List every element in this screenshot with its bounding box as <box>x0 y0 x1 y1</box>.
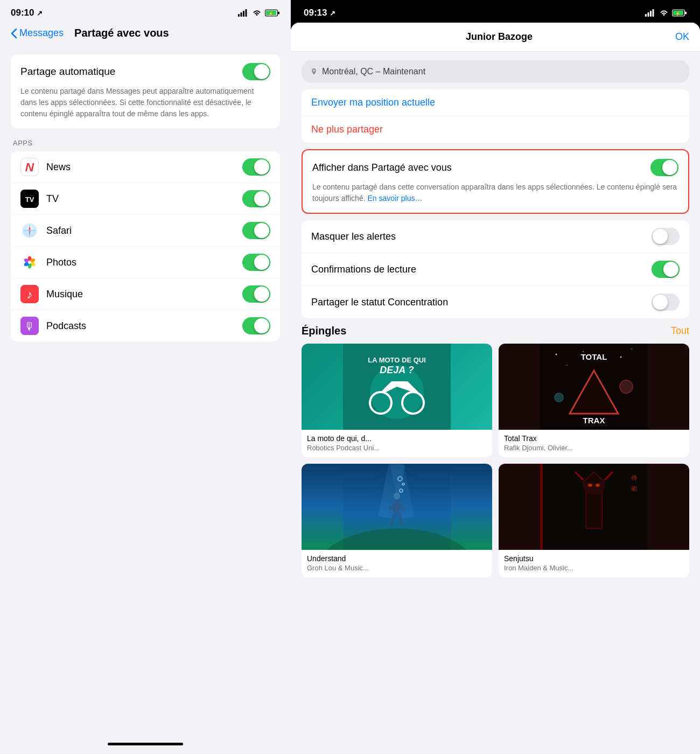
app-row-podcasts: 🎙 Podcasts <box>11 310 280 341</box>
podcast-info-senjutsu: Senjutsu Iron Maiden & Music... <box>499 550 689 577</box>
confirmations-lecture-label: Confirmations de lecture <box>311 264 416 275</box>
podcast-card-trax[interactable]: TOTAL TRAX Total Trax Rafik Djoumi, Oliv… <box>499 344 689 457</box>
wifi-icon <box>252 9 262 17</box>
modal-ok-button[interactable]: OK <box>675 31 689 43</box>
svg-rect-2 <box>243 11 244 17</box>
svg-rect-34 <box>650 11 652 17</box>
safari-toggle[interactable] <box>242 222 270 239</box>
confirmations-lecture-toggle[interactable] <box>652 261 680 278</box>
svg-text:TV: TV <box>25 196 34 204</box>
back-chevron-icon <box>11 28 17 39</box>
epingles-title: Épingles <box>302 325 346 337</box>
tv-toggle[interactable] <box>242 190 270 207</box>
svg-text:⚡: ⚡ <box>268 11 274 16</box>
music-app-icon: ♪ <box>20 285 39 303</box>
podcast-name-understand: Understand <box>307 554 487 563</box>
status-bar-right: 09:13 ↗ ⚡ <box>291 0 700 23</box>
partager-statut-toggle[interactable] <box>652 294 680 311</box>
page-title-left: Partagé avec vous <box>74 27 169 39</box>
podcasts-app-name: Podcasts <box>46 320 242 332</box>
music-icon: ♪ <box>20 285 39 303</box>
auto-share-desc: Le contenu partagé dans Messages peut ap… <box>20 86 270 120</box>
svg-point-76 <box>596 484 600 487</box>
back-button[interactable]: Messages <box>11 27 64 39</box>
svg-text:術: 術 <box>631 485 637 492</box>
news-app-name: News <box>46 162 242 173</box>
svg-text:♪: ♪ <box>27 288 33 301</box>
podcast-thumb-trax: TOTAL TRAX <box>499 344 689 430</box>
modal-title: Junior Bazoge <box>466 31 533 43</box>
home-indicator-left <box>108 743 183 745</box>
modal-container: Junior Bazoge OK Montréal, QC – Maintena… <box>291 23 700 754</box>
masquer-alertes-label: Masquer les alertes <box>311 231 396 242</box>
podcast-card-senjutsu[interactable]: 侍 術 Senjutsu Iron Maiden & Music... <box>499 464 689 577</box>
status-time-right: 09:13 ↗ <box>304 8 335 18</box>
battery-icon-right: ⚡ <box>672 9 687 17</box>
svg-rect-3 <box>246 9 247 17</box>
podcasts-icon: 🎙 <box>20 317 39 335</box>
senjutsu-thumbnail: 侍 術 <box>499 464 689 550</box>
location-arrow-right-icon: ↗ <box>330 9 335 17</box>
understand-thumbnail <box>302 464 492 550</box>
epingles-section: Épingles Tout <box>302 325 689 577</box>
music-app-name: Musique <box>46 289 242 300</box>
news-toggle[interactable] <box>242 158 270 176</box>
podcast-author-senjutsu: Iron Maiden & Music... <box>504 564 684 572</box>
svg-text:LA MOTO DE QUI: LA MOTO DE QUI <box>368 356 426 364</box>
tv-app-name: TV <box>46 193 242 205</box>
podcasts-toggle[interactable] <box>242 317 270 334</box>
svg-text:N: N <box>25 160 34 174</box>
epingles-header: Épingles Tout <box>302 325 689 337</box>
confirmations-lecture-row: Confirmations de lecture <box>302 253 689 286</box>
back-label: Messages <box>19 27 64 39</box>
auto-share-toggle[interactable] <box>242 63 270 80</box>
trax-thumbnail: TOTAL TRAX <box>499 344 689 430</box>
svg-point-48 <box>556 354 557 355</box>
svg-rect-32 <box>645 14 647 17</box>
right-panel: 09:13 ↗ ⚡ <box>291 0 700 754</box>
svg-point-55 <box>620 380 633 393</box>
svg-point-27 <box>28 261 31 264</box>
tv-app-icon: TV <box>20 190 39 208</box>
modal-content: Montréal, QC – Maintenant Envoyer ma pos… <box>291 52 700 754</box>
location-arrow-icon: ↗ <box>37 9 43 17</box>
podcast-card-understand[interactable]: Understand Groh Lou & Music... <box>302 464 492 577</box>
news-icon: N <box>21 158 38 176</box>
svg-rect-38 <box>685 12 687 15</box>
svg-text:侍: 侍 <box>631 474 637 481</box>
svg-point-61 <box>393 500 401 513</box>
svg-rect-79 <box>540 464 543 550</box>
podcast-info-trax: Total Trax Rafik Djoumi, Olivier... <box>499 430 689 457</box>
svg-text:TRAX: TRAX <box>583 416 605 425</box>
location-bubble: Montréal, QC – Maintenant <box>302 60 689 83</box>
masquer-alertes-toggle[interactable] <box>652 228 680 245</box>
photos-toggle[interactable] <box>242 254 270 271</box>
app-row-photos: Photos <box>11 247 280 278</box>
podcast-thumb-senjutsu: 侍 術 <box>499 464 689 550</box>
svg-point-51 <box>631 348 632 350</box>
podcast-author-trax: Rafik Djoumi, Olivier... <box>504 444 684 452</box>
svg-rect-33 <box>648 12 649 17</box>
shared-with-you-toggle[interactable] <box>650 159 678 176</box>
send-location-button[interactable]: Envoyer ma position actuelle <box>302 89 689 116</box>
safari-icon <box>20 221 39 240</box>
apps-list: N News TV TV <box>11 151 280 341</box>
actions-section: Envoyer ma position actuelle Ne plus par… <box>302 89 689 143</box>
epingles-tout-button[interactable]: Tout <box>671 325 689 337</box>
modal-header: Junior Bazoge OK <box>291 23 700 52</box>
signal-icon <box>238 9 249 17</box>
podcasts-app-icon: 🎙 <box>20 317 39 335</box>
podcast-grid: LA MOTO DE QUI DEJA ? La moto de qui, d.… <box>302 344 689 577</box>
music-toggle[interactable] <box>242 285 270 303</box>
auto-share-toggle-row: Partage automatique <box>20 63 270 80</box>
svg-point-62 <box>394 493 400 499</box>
svg-rect-1 <box>241 12 242 17</box>
podcast-author-moto: Robotics Podcast Uni... <box>307 444 487 452</box>
podcast-card-moto[interactable]: LA MOTO DE QUI DEJA ? La moto de qui, d.… <box>302 344 492 457</box>
en-savoir-plus-link[interactable]: En savoir plus… <box>367 194 422 203</box>
photos-app-name: Photos <box>46 257 242 268</box>
app-row-music: ♪ Musique <box>11 278 280 310</box>
svg-text:DEJA ?: DEJA ? <box>380 365 414 375</box>
stop-sharing-button[interactable]: Ne plus partager <box>302 116 689 143</box>
podcast-info-understand: Understand Groh Lou & Music... <box>302 550 492 577</box>
